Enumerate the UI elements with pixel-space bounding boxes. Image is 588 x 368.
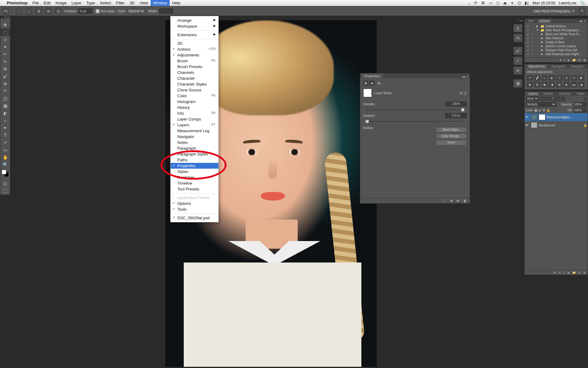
dodge-tool-icon[interactable]: ○: [0, 117, 10, 124]
toggle-check-icon[interactable]: ✓: [526, 33, 530, 36]
dialog-check-icon[interactable]: ▫: [531, 48, 534, 52]
airport-icon[interactable]: ⌬: [518, 1, 521, 5]
dialog-check-icon[interactable]: ▫: [531, 40, 534, 44]
action-row[interactable]: ✓ ▼ 📁 Jake Hicks Photography ...: [526, 28, 586, 32]
dialog-check-icon[interactable]: ▫: [531, 44, 534, 48]
character-panel-icon[interactable]: A̲: [513, 24, 522, 33]
menu-item-channels[interactable]: Channels: [171, 70, 218, 75]
brush-panel-icon[interactable]: 🖌: [513, 47, 522, 55]
menu-item-info[interactable]: InfoF8: [171, 110, 218, 116]
menu-item-paragraph[interactable]: Paragraph: [171, 145, 218, 151]
foreground-color[interactable]: [2, 170, 6, 174]
lock-all-icon[interactable]: 🔒: [546, 109, 550, 112]
layer-thumb[interactable]: [531, 122, 537, 128]
selective-color-icon[interactable]: ◪: [579, 82, 584, 87]
dialog-check-icon[interactable]: ▫: [531, 36, 534, 40]
threshold-icon[interactable]: ◐: [564, 82, 569, 87]
expand-icon[interactable]: ▶: [541, 49, 544, 52]
menu-view[interactable]: View: [140, 1, 148, 5]
menu-item-workspace[interactable]: Workspace▶: [171, 23, 218, 29]
new-selection-icon[interactable]: □: [25, 8, 32, 14]
bw-icon[interactable]: ◧: [579, 75, 584, 80]
expand-icon[interactable]: ▶: [541, 45, 544, 48]
type-tool-icon[interactable]: T: [0, 132, 10, 139]
menu-item-measurement-log[interactable]: Measurement Log: [171, 128, 218, 134]
menu-item-actions[interactable]: ✓Actions⌥F9: [171, 46, 218, 52]
vibrance-icon[interactable]: ▽: [556, 75, 562, 80]
density-slider[interactable]: [366, 109, 464, 110]
new-layer-icon[interactable]: ⊞: [578, 271, 581, 274]
toggle-check-icon[interactable]: ✓: [526, 52, 530, 56]
document-name[interactable]: Jake Hicks Photography: [531, 8, 576, 14]
histogram-tab[interactable]: Histogram: [549, 64, 567, 68]
filter-smart-icon[interactable]: [561, 97, 565, 101]
strip-close-icon[interactable]: ×: [517, 19, 519, 23]
menu-item-styles[interactable]: Styles: [171, 169, 218, 174]
fill-input[interactable]: [574, 108, 586, 113]
gradient-tool-icon[interactable]: ▦: [0, 102, 10, 109]
strip-expand-icon[interactable]: ▸▸: [520, 19, 523, 23]
clock[interactable]: Mon 15:19:08: [533, 1, 555, 5]
layer-filter-kind[interactable]: Kind: [526, 96, 539, 101]
quickmask-tool-icon[interactable]: ⊡: [0, 180, 10, 187]
brush-tool-icon[interactable]: 🖌: [0, 73, 10, 80]
filter-type-icon[interactable]: T: [551, 97, 555, 101]
layer-mask-thumb[interactable]: [539, 114, 545, 120]
add-vector-mask-icon[interactable]: ◫: [464, 91, 467, 95]
invert-button[interactable]: Invert: [436, 140, 467, 145]
battery-icon[interactable]: ▮▯: [525, 1, 529, 5]
expand-icon[interactable]: ▶: [541, 37, 544, 40]
properties-tab[interactable]: Properties: [361, 74, 383, 78]
display-icon[interactable]: ▭: [489, 1, 492, 5]
menu-item-brush-presets[interactable]: Brush Presets: [171, 64, 218, 70]
zoom-tool-icon[interactable]: 🔍: [0, 161, 10, 168]
history-brush-tool-icon[interactable]: ↶: [0, 87, 10, 95]
action-row[interactable]: ✓ ▫ ▶ Sharpen High Pass Set: [526, 48, 586, 52]
new-fill-icon[interactable]: ◐: [567, 271, 570, 274]
toolbox-close-icon[interactable]: ×: [1, 16, 2, 19]
eject-icon[interactable]: ⏏: [503, 1, 507, 5]
menu-item-dsc-5602flat-psd[interactable]: ✓DSC_5602flat.psd: [171, 215, 218, 221]
adjustment-thumb-icon[interactable]: [531, 114, 537, 120]
menu-item-tools[interactable]: ✓Tools: [171, 206, 218, 212]
stop-action-icon[interactable]: ■: [560, 59, 561, 62]
dropbox-icon[interactable]: ⬡: [496, 1, 499, 5]
posterize-icon[interactable]: ▤: [556, 82, 562, 87]
menu-image[interactable]: Image: [55, 1, 66, 5]
menu-item-properties[interactable]: ✓Properties: [171, 163, 218, 169]
clone-source-icon[interactable]: ⊛: [513, 66, 522, 75]
blend-mode-select[interactable]: Multiply: [526, 102, 556, 107]
screenmode-tool-icon[interactable]: ⛶: [0, 187, 10, 195]
panel-collapse-icon[interactable]: ▸▸: [462, 75, 466, 78]
menu-select[interactable]: Select: [100, 1, 111, 5]
add-pixel-mask-icon[interactable]: ⊡: [460, 91, 462, 95]
menu-item-tool-presets[interactable]: Tool Presets: [171, 186, 218, 192]
menu-item-clone-source[interactable]: Clone Source: [171, 87, 218, 93]
menu-layer[interactable]: Layer: [71, 1, 81, 5]
action-row[interactable]: ✓ ▫ ▶ Darken Curves Layers: [526, 44, 586, 48]
antialias-checkbox[interactable]: Anti-alias: [96, 9, 115, 13]
menu-item-navigator[interactable]: Navigator: [171, 134, 218, 140]
brush-presets-icon[interactable]: ≡: [513, 56, 522, 65]
visibility-icon[interactable]: 👁: [525, 123, 530, 127]
toggle-check-icon[interactable]: ✓: [526, 48, 530, 52]
visibility-icon[interactable]: 👁: [525, 115, 530, 119]
expand-icon[interactable]: ▶: [541, 33, 544, 36]
bluetooth-icon[interactable]: ∗: [511, 1, 514, 5]
layers-tab[interactable]: Layers: [526, 92, 539, 96]
actions-menu-icon[interactable]: ≡: [584, 19, 586, 23]
link-layers-icon[interactable]: ⇆: [553, 271, 556, 274]
curves-icon[interactable]: ∿: [542, 75, 547, 80]
new-set-icon[interactable]: 📁: [572, 59, 576, 62]
menu-item-notes[interactable]: Notes: [171, 140, 218, 145]
apply-mask-icon[interactable]: ◈: [450, 199, 453, 203]
menu-item-options[interactable]: ✓Options: [171, 201, 218, 206]
layer-name[interactable]: Background: [539, 124, 582, 127]
filter-shape-icon[interactable]: [556, 97, 560, 101]
layer-mask-icon[interactable]: ◻: [563, 271, 565, 274]
intersect-selection-icon[interactable]: ⊡: [55, 8, 62, 14]
color-swatch[interactable]: [2, 170, 9, 179]
invert-adj-icon[interactable]: ◨: [549, 82, 555, 87]
feather-input[interactable]: [78, 8, 92, 14]
menu-3d[interactable]: 3D: [130, 1, 135, 5]
